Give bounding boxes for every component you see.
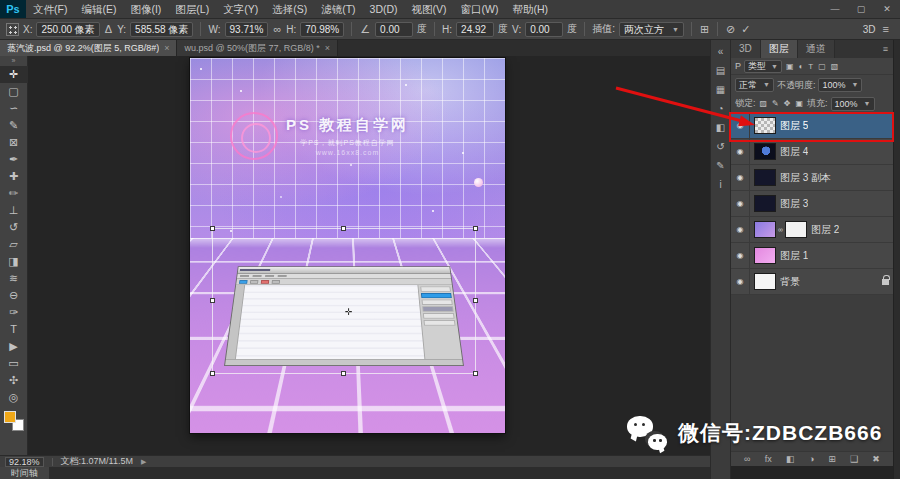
move-tool[interactable]: ✛ <box>0 66 28 83</box>
swatches-panel-icon[interactable]: ▦ <box>710 80 731 99</box>
new-group-icon[interactable]: ⊞ <box>828 452 836 467</box>
lock-pixels-icon[interactable]: ✎ <box>771 99 780 108</box>
close-tab-icon[interactable]: × <box>164 43 169 53</box>
layer-visibility-toggle[interactable]: ◉ <box>731 243 750 268</box>
menu-edit[interactable]: 编辑(E) <box>74 0 123 18</box>
layer-row-layer1[interactable]: ◉ 图层 1 <box>731 243 893 269</box>
delete-layer-icon[interactable]: ✖ <box>872 452 880 467</box>
layer-row-background[interactable]: ◉ 背景 <box>731 269 893 295</box>
foreground-color-swatch[interactable] <box>4 411 16 423</box>
layer-row-layer5[interactable]: ◉ 图层 5 <box>731 113 893 139</box>
layer-thumbnail[interactable] <box>754 195 776 212</box>
layer-thumbnail[interactable] <box>754 143 776 160</box>
menu-file[interactable]: 文件(F) <box>26 0 74 18</box>
minimize-button[interactable]: — <box>822 0 848 18</box>
fill-select[interactable]: 100% ▼ <box>831 97 875 111</box>
transform-reference-point[interactable]: ✛ <box>344 308 353 317</box>
filter-pixel-layers-icon[interactable]: ▣ <box>785 62 795 71</box>
menu-select[interactable]: 选择(S) <box>265 0 314 18</box>
menu-3d[interactable]: 3D(D) <box>363 0 405 18</box>
menu-image[interactable]: 图像(I) <box>123 0 168 18</box>
crop-tool[interactable]: ⊠ <box>0 134 28 151</box>
transform-handle-left[interactable] <box>210 298 215 303</box>
mask-link-icon[interactable]: ∞ <box>778 226 783 233</box>
brush-tool[interactable]: ✏ <box>0 185 28 202</box>
close-button[interactable]: ✕ <box>874 0 900 18</box>
pen-tool[interactable]: ✑ <box>0 304 28 321</box>
menu-type[interactable]: 文字(Y) <box>216 0 265 18</box>
dodge-tool[interactable]: ⊖ <box>0 287 28 304</box>
zoom-tool[interactable]: ◎ <box>0 389 28 406</box>
menu-filter[interactable]: 滤镜(T) <box>314 0 362 18</box>
filter-type-layers-icon[interactable]: T <box>807 62 814 71</box>
x-position-field[interactable]: 250.00 像素 <box>36 22 99 37</box>
clone-stamp-tool[interactable]: ⊥ <box>0 202 28 219</box>
path-selection-tool[interactable]: ▶ <box>0 338 28 355</box>
layer-visibility-toggle[interactable]: ◉ <box>731 191 750 216</box>
panel-menu-icon[interactable]: ≡ <box>882 23 890 35</box>
filter-kind-select[interactable]: 类型 ▼ <box>744 60 782 73</box>
properties-panel-icon[interactable]: ✎ <box>710 156 731 175</box>
commit-transform-button[interactable]: ✓ <box>740 23 751 36</box>
lock-transparency-icon[interactable]: ▨ <box>759 99 769 108</box>
status-menu-arrow-icon[interactable]: ▶ <box>141 458 146 466</box>
marquee-tool[interactable]: ▢ <box>0 83 28 100</box>
history-brush-tool[interactable]: ↺ <box>0 219 28 236</box>
transform-handle-bottom-right[interactable] <box>473 371 478 376</box>
add-layer-mask-icon[interactable]: ◧ <box>786 452 795 467</box>
eyedropper-tool[interactable]: ✒ <box>0 151 28 168</box>
adjustments-panel-icon[interactable]: ◔ <box>710 99 731 118</box>
lock-all-icon[interactable]: ▣ <box>794 99 804 108</box>
transform-handle-top-right[interactable] <box>473 226 478 231</box>
lasso-tool[interactable]: ∽ <box>0 100 28 117</box>
styles-panel-icon[interactable]: ◧ <box>710 118 731 137</box>
hand-tool[interactable]: ✣ <box>0 372 28 389</box>
expand-panels-icon[interactable]: « <box>710 42 731 61</box>
width-field[interactable]: 93.71% <box>225 22 269 37</box>
layer-thumbnail[interactable] <box>754 247 776 264</box>
cancel-transform-button[interactable]: ⊘ <box>725 23 736 36</box>
layer-row-layer4[interactable]: ◉ 图层 4 <box>731 139 893 165</box>
shape-tool[interactable]: ▭ <box>0 355 28 372</box>
panel-menu-icon[interactable]: ≡ <box>878 40 893 58</box>
menu-window[interactable]: 窗口(W) <box>454 0 506 18</box>
layer-effects-icon[interactable]: fx <box>765 452 772 467</box>
transform-bounding-box[interactable]: ✛ <box>212 228 476 374</box>
transform-handle-bottom-left[interactable] <box>210 371 215 376</box>
menu-view[interactable]: 视图(V) <box>405 0 454 18</box>
opacity-select[interactable]: 100% ▼ <box>818 78 862 92</box>
layer-visibility-toggle[interactable]: ◉ <box>731 139 750 164</box>
rotation-field[interactable]: 0.00 <box>375 22 413 37</box>
color-panel-icon[interactable]: ▤ <box>710 61 731 80</box>
document-canvas[interactable]: PS 教程自学网 学PS，就到PS教程自学网 www.16xx8.com <box>190 58 505 433</box>
filter-smart-objects-icon[interactable]: ▧ <box>830 62 840 71</box>
transform-handle-top-left[interactable] <box>210 226 215 231</box>
info-panel-icon[interactable]: i <box>710 175 731 194</box>
link-dimensions-icon[interactable]: ∞ <box>272 23 282 35</box>
y-position-field[interactable]: 585.58 像素 <box>130 22 193 37</box>
layer-row-layer3-copy[interactable]: ◉ 图层 3 副本 <box>731 165 893 191</box>
layer-row-layer2[interactable]: ◉ ∞ 图层 2 <box>731 217 893 243</box>
menu-help[interactable]: 帮助(H) <box>506 0 556 18</box>
tab-layers[interactable]: 图层 <box>761 40 798 58</box>
history-panel-icon[interactable]: ↺ <box>710 137 731 156</box>
timeline-tab[interactable]: 时间轴 <box>0 467 49 479</box>
layer-visibility-toggle[interactable]: ◉ <box>731 165 750 190</box>
blur-tool[interactable]: ≋ <box>0 270 28 287</box>
layer-visibility-toggle[interactable]: ◉ <box>731 113 750 138</box>
transform-handle-top[interactable] <box>341 226 346 231</box>
adjustment-layer-icon[interactable]: ◑ <box>809 452 814 467</box>
close-tab-icon[interactable]: × <box>325 43 330 53</box>
menu-layer[interactable]: 图层(L) <box>168 0 216 18</box>
layer-visibility-toggle[interactable]: ◉ <box>731 217 750 242</box>
layer-mask-thumbnail[interactable] <box>785 221 807 238</box>
height-field[interactable]: 70.98% <box>300 22 344 37</box>
warp-mode-toggle[interactable]: ⊞ <box>699 23 710 36</box>
lock-position-icon[interactable]: ✥ <box>783 99 792 108</box>
type-tool[interactable]: T <box>0 321 28 338</box>
tab-channels[interactable]: 通道 <box>798 40 835 58</box>
skew-v-field[interactable]: 0.00 <box>525 22 563 37</box>
filter-adjustment-layers-icon[interactable]: ◐ <box>798 62 805 71</box>
layer-visibility-toggle[interactable]: ◉ <box>731 269 750 294</box>
relative-position-toggle[interactable]: Δ <box>104 23 113 35</box>
